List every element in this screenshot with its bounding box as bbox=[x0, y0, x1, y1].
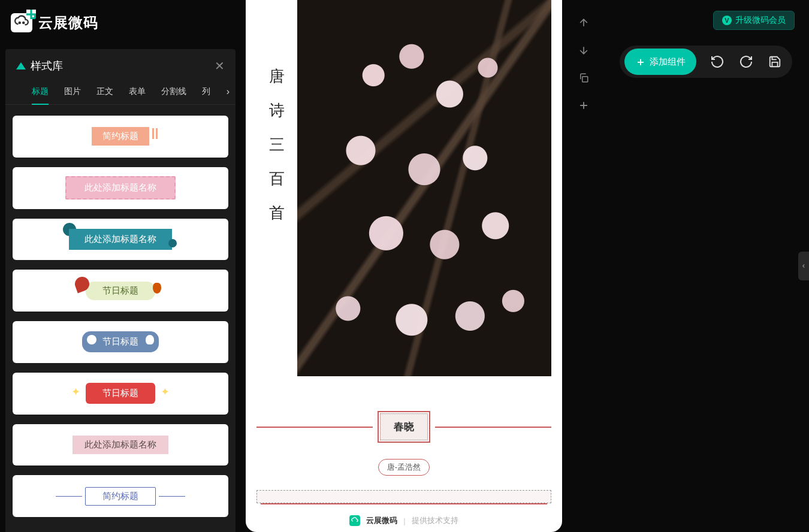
content-placeholder[interactable] bbox=[256, 490, 551, 503]
footer-logo-icon bbox=[349, 515, 360, 526]
tab-form[interactable]: 表单 bbox=[129, 81, 146, 104]
add-icon[interactable] bbox=[576, 98, 591, 113]
style-item[interactable]: 简约标题 bbox=[13, 116, 228, 158]
canvas-column: 唐 诗 三 百 首 春晓 唐-孟浩然 云展微码 | 提供技术支持 bbox=[239, 0, 569, 532]
tab-column[interactable]: 列 bbox=[202, 81, 210, 104]
save-icon[interactable] bbox=[767, 54, 783, 69]
tab-image[interactable]: 图片 bbox=[64, 81, 81, 104]
qr-badge-icon bbox=[26, 10, 36, 19]
upgrade-button[interactable]: V 升级微码会员 bbox=[713, 11, 795, 30]
brand-name: 云展微码 bbox=[38, 13, 98, 32]
svg-rect-3 bbox=[32, 10, 36, 13]
copy-icon[interactable] bbox=[576, 71, 591, 85]
style-item[interactable]: 此处添加标题名称 bbox=[13, 219, 228, 261]
poem-title-row[interactable]: 春晓 bbox=[256, 411, 551, 443]
move-down-icon[interactable] bbox=[576, 43, 591, 58]
add-component-button[interactable]: ＋ 添加组件 bbox=[624, 49, 696, 75]
panel-title: 样式库 bbox=[16, 59, 63, 73]
style-item[interactable]: 此处添加标题名称 bbox=[13, 167, 228, 209]
style-tabs: 标题 图片 正文 表单 分割线 列 › bbox=[5, 81, 236, 105]
drawer-handle[interactable] bbox=[798, 252, 809, 280]
poem-title: 春晓 bbox=[380, 413, 428, 440]
style-item[interactable]: 节日标题 bbox=[13, 373, 228, 415]
plus-icon: ＋ bbox=[635, 55, 646, 69]
style-list: 简约标题 此处添加标题名称 此处添加标题名称 节日标题 节日标题 节日标题 此处… bbox=[5, 105, 236, 528]
svg-rect-2 bbox=[26, 10, 30, 13]
style-item[interactable]: 节日标题 bbox=[13, 321, 228, 363]
tab-title[interactable]: 标题 bbox=[32, 81, 49, 104]
redo-icon[interactable] bbox=[738, 54, 754, 69]
style-item[interactable]: 此处添加标题名称 bbox=[13, 424, 228, 466]
close-icon[interactable]: ✕ bbox=[215, 59, 225, 73]
hero-image[interactable] bbox=[297, 0, 551, 376]
tab-body[interactable]: 正文 bbox=[96, 81, 113, 104]
style-item[interactable]: 节日标题 bbox=[13, 270, 228, 312]
footer-brand: 云展微码 bbox=[366, 515, 397, 526]
canvas-toolbar bbox=[573, 16, 594, 113]
tab-divider[interactable]: 分割线 bbox=[161, 81, 186, 104]
vip-badge-icon: V bbox=[722, 16, 732, 25]
svg-rect-5 bbox=[32, 16, 34, 17]
app-header: 云展微码 bbox=[11, 13, 98, 32]
style-item[interactable]: 简约标题 bbox=[13, 475, 228, 517]
style-library-panel: 样式库 ✕ 标题 图片 正文 表单 分割线 列 › 简约标题 此处添加标题名称 … bbox=[5, 49, 236, 532]
logo-icon bbox=[11, 13, 32, 32]
canvas-footer: 云展微码 | 提供技术支持 bbox=[246, 515, 562, 526]
svg-rect-4 bbox=[26, 16, 30, 19]
footer-tag: 提供技术支持 bbox=[412, 515, 458, 526]
chevron-right-icon[interactable]: › bbox=[227, 86, 230, 97]
action-bar: ＋ 添加组件 bbox=[620, 46, 792, 78]
poem-author[interactable]: 唐-孟浩然 bbox=[246, 459, 562, 476]
triangle-icon bbox=[16, 62, 26, 69]
vertical-title: 唐 诗 三 百 首 bbox=[256, 0, 297, 376]
svg-rect-6 bbox=[582, 77, 588, 82]
svg-point-1 bbox=[23, 22, 24, 23]
svg-point-0 bbox=[19, 22, 20, 23]
move-up-icon[interactable] bbox=[576, 16, 591, 30]
upgrade-label: 升级微码会员 bbox=[735, 15, 786, 26]
undo-icon[interactable] bbox=[710, 54, 725, 69]
page-canvas[interactable]: 唐 诗 三 百 首 春晓 唐-孟浩然 云展微码 | 提供技术支持 bbox=[246, 0, 562, 532]
